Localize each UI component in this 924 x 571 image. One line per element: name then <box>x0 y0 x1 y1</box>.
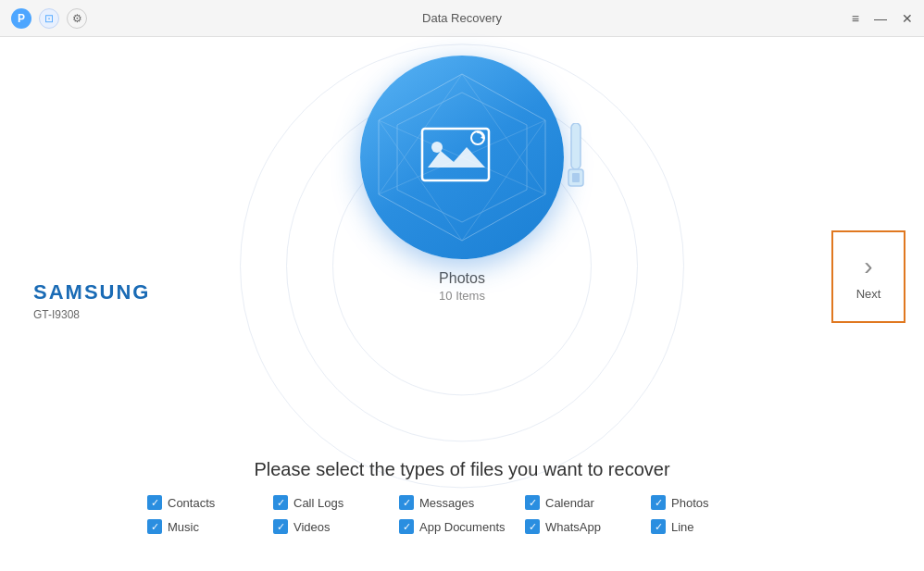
checkbox-line[interactable]: ✓ Line <box>651 519 777 534</box>
checkbox-appdocs-box: ✓ <box>399 519 414 534</box>
checkbox-messages[interactable]: ✓ Messages <box>399 495 525 510</box>
checkbox-videos-label: Videos <box>293 520 331 534</box>
window-controls: ≡ — ✕ <box>852 12 913 25</box>
app-icon-p[interactable]: P <box>11 8 31 29</box>
checkbox-line-box: ✓ <box>651 519 666 534</box>
usb-icon <box>562 123 590 192</box>
checkbox-whatsapp-label: WhatsApp <box>545 520 601 534</box>
hero-circle <box>360 56 564 259</box>
next-button[interactable]: › Next <box>831 230 905 323</box>
checkbox-messages-label: Messages <box>419 496 474 510</box>
close-button[interactable]: ✕ <box>902 12 913 25</box>
minimize-button[interactable]: — <box>874 12 887 25</box>
checkbox-calllogs-box: ✓ <box>273 495 288 510</box>
photo-icon <box>420 121 504 194</box>
next-chevron-icon: › <box>864 252 872 281</box>
svg-rect-12 <box>571 123 581 169</box>
checkbox-appdocs-label: App Documents <box>419 520 506 534</box>
checkbox-photos-box: ✓ <box>651 495 666 510</box>
checkbox-messages-box: ✓ <box>399 495 414 510</box>
checkbox-photos[interactable]: ✓ Photos <box>651 495 777 510</box>
checkbox-contacts-box: ✓ <box>147 495 162 510</box>
next-label: Next <box>856 287 881 301</box>
checkbox-calendar-box: ✓ <box>525 495 540 510</box>
checkbox-whatsapp[interactable]: ✓ WhatsApp <box>525 519 651 534</box>
window-title: Data Recovery <box>422 11 502 25</box>
checkbox-contacts-label: Contacts <box>168 496 215 510</box>
hero-count: 10 Items <box>439 289 485 303</box>
file-selection-area: Please select the types of files you wan… <box>0 459 924 534</box>
app-icon-gear[interactable]: ⚙ <box>67 8 87 29</box>
checkbox-music[interactable]: ✓ Music <box>147 519 273 534</box>
checkbox-videos[interactable]: ✓ Videos <box>273 519 399 534</box>
main-content: SAMSUNG GT-I9308 <box>0 37 924 571</box>
checkbox-calllogs[interactable]: ✓ Call Logs <box>273 495 399 510</box>
checkbox-music-label: Music <box>168 520 199 534</box>
checkbox-contacts[interactable]: ✓ Contacts <box>147 495 273 510</box>
select-title: Please select the types of files you wan… <box>254 459 669 480</box>
app-icon-copy[interactable]: ⊡ <box>39 8 59 29</box>
samsung-logo: SAMSUNG <box>33 279 150 304</box>
checkbox-whatsapp-box: ✓ <box>525 519 540 534</box>
checkbox-line-label: Line <box>671 520 694 534</box>
checkbox-calendar-label: Calendar <box>545 496 594 510</box>
svg-point-11 <box>431 142 443 153</box>
checkbox-calllogs-label: Call Logs <box>293 496 343 510</box>
checkbox-appdocs[interactable]: ✓ App Documents <box>399 519 525 534</box>
checkbox-calendar[interactable]: ✓ Calendar <box>525 495 651 510</box>
checkbox-videos-box: ✓ <box>273 519 288 534</box>
device-brand: SAMSUNG GT-I9308 <box>33 279 150 320</box>
menu-button[interactable]: ≡ <box>852 12 859 25</box>
checkbox-music-box: ✓ <box>147 519 162 534</box>
hero-label: Photos <box>439 270 485 287</box>
svg-rect-14 <box>572 173 580 182</box>
checkbox-grid: ✓ Contacts ✓ Call Logs ✓ Messages ✓ <box>147 495 777 534</box>
device-model: GT-I9308 <box>33 307 150 320</box>
checkbox-photos-label: Photos <box>671 496 708 510</box>
svg-rect-8 <box>422 129 489 180</box>
title-bar-left: P ⊡ ⚙ <box>11 8 87 29</box>
hero-section: Photos 10 Items <box>360 56 564 303</box>
